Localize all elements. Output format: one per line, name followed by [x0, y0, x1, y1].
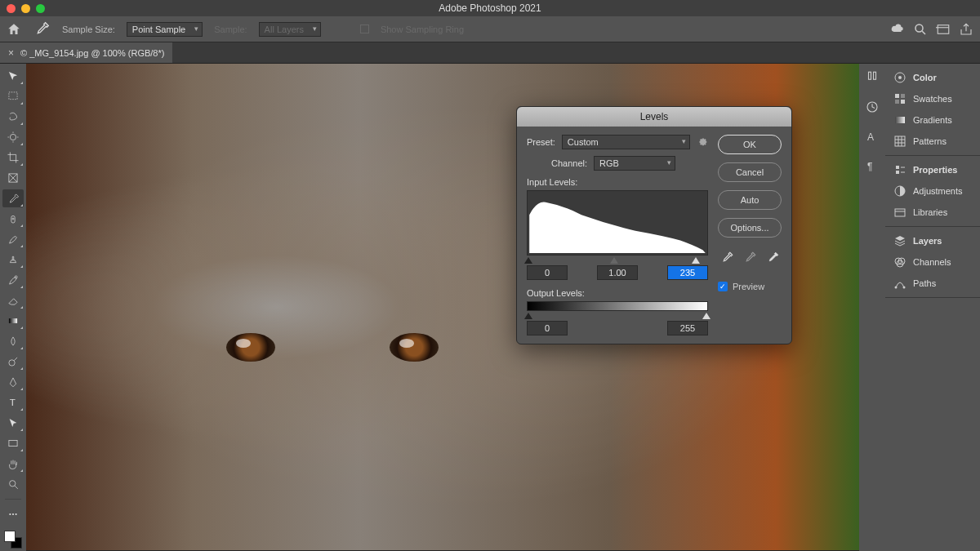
healing-brush-tool[interactable]	[2, 210, 24, 228]
levels-dialog: Levels Preset: Custom Channel: RGB Input…	[516, 106, 792, 344]
svg-rect-4	[9, 92, 17, 100]
path-select-tool[interactable]	[2, 414, 24, 432]
output-slider[interactable]	[527, 313, 708, 319]
eraser-tool[interactable]	[2, 291, 24, 309]
window-maximize-button[interactable]	[36, 4, 45, 13]
eyedropper-tool[interactable]	[2, 189, 24, 207]
svg-point-49	[903, 287, 906, 289]
preview-checkbox[interactable]: ✓	[718, 282, 728, 291]
zoom-tool[interactable]	[2, 475, 24, 493]
svg-rect-43	[895, 209, 905, 216]
input-gamma-field[interactable]	[597, 265, 638, 280]
input-gamma-slider[interactable]	[610, 257, 618, 264]
dodge-tool[interactable]	[2, 353, 24, 371]
input-black-slider[interactable]	[524, 257, 532, 264]
panel-tab-layers[interactable]: Layers	[885, 230, 980, 251]
input-slider[interactable]	[527, 257, 708, 264]
sample-size-dropdown[interactable]: Point Sample	[127, 22, 203, 37]
frame-tool[interactable]	[2, 169, 24, 187]
panel-tab-swatches[interactable]: Swatches	[885, 88, 980, 109]
panel-label: Adjustments	[913, 186, 963, 196]
hand-tool[interactable]	[2, 455, 24, 473]
tab-close-button[interactable]: ×	[8, 47, 14, 59]
panel-dock: ColorSwatchesGradientsPatternsProperties…	[885, 64, 980, 551]
history-panel-icon[interactable]	[865, 100, 880, 114]
marquee-tool[interactable]	[2, 87, 24, 105]
sample-dropdown: All Layers	[259, 22, 321, 37]
panel-tab-color[interactable]: Color	[885, 67, 980, 88]
output-black-slider[interactable]	[524, 313, 532, 319]
svg-text:T: T	[10, 397, 16, 407]
app-title: Adobe Photoshop 2021	[439, 2, 541, 14]
window-close-button[interactable]	[7, 4, 16, 13]
channel-dropdown[interactable]: RGB	[594, 156, 675, 171]
workspace-icon[interactable]	[936, 22, 951, 37]
cancel-button[interactable]: Cancel	[718, 162, 782, 182]
svg-rect-31	[901, 100, 905, 104]
white-point-eyedropper-icon[interactable]	[765, 251, 780, 265]
sample-size-label: Sample Size:	[62, 24, 115, 34]
blur-tool[interactable]	[2, 332, 24, 350]
edit-toolbar-button[interactable]	[2, 505, 24, 523]
color-icon	[893, 71, 906, 84]
cloud-icon[interactable]	[890, 22, 905, 37]
show-sampling-ring-checkbox[interactable]	[360, 24, 369, 33]
panel-tab-patterns[interactable]: Patterns	[885, 131, 980, 152]
black-point-eyedropper-icon[interactable]	[719, 251, 734, 265]
preset-menu-icon[interactable]	[697, 136, 708, 149]
dialog-title[interactable]: Levels	[517, 107, 791, 127]
current-tool-icon[interactable]	[33, 20, 51, 38]
quick-select-tool[interactable]	[2, 128, 24, 146]
svg-rect-2	[938, 24, 949, 33]
panel-label: Swatches	[913, 94, 952, 104]
panel-label: Channels	[913, 257, 951, 267]
layers-icon	[893, 234, 906, 247]
panel-tab-gradients[interactable]: Gradients	[885, 109, 980, 131]
panel-tab-adjustments[interactable]: Adjustments	[885, 180, 980, 202]
document-tab-bar: × © _MG_9154.jpg @ 100% (RGB/8*)	[0, 42, 980, 64]
crop-tool[interactable]	[2, 149, 24, 167]
window-minimize-button[interactable]	[21, 4, 30, 13]
svg-rect-30	[895, 100, 899, 104]
panel-tab-paths[interactable]: Paths	[885, 273, 980, 294]
auto-button[interactable]: Auto	[718, 190, 782, 210]
options-button[interactable]: Options...	[718, 218, 782, 238]
gradient-tool[interactable]	[2, 312, 24, 330]
share-icon[interactable]	[959, 22, 973, 37]
character-panel-icon[interactable]: A	[865, 129, 880, 144]
history-brush-tool[interactable]	[2, 271, 24, 289]
brush-panel-icon[interactable]	[865, 70, 880, 85]
channels-icon	[893, 256, 906, 269]
paragraph-panel-icon[interactable]: ¶	[865, 158, 880, 173]
svg-rect-29	[901, 94, 905, 98]
input-white-slider[interactable]	[692, 257, 700, 264]
rectangle-tool[interactable]	[2, 434, 24, 452]
type-tool[interactable]: T	[2, 393, 24, 411]
search-icon[interactable]	[913, 22, 928, 37]
input-black-field[interactable]	[527, 265, 568, 280]
color-swatches[interactable]	[4, 531, 22, 549]
panel-tab-libraries[interactable]: Libraries	[885, 202, 980, 223]
gray-point-eyedropper-icon[interactable]	[742, 251, 757, 265]
document-tab[interactable]: × © _MG_9154.jpg @ 100% (RGB/8*)	[0, 42, 172, 63]
svg-rect-22	[874, 72, 876, 79]
home-icon[interactable]	[7, 22, 21, 37]
panel-tab-properties[interactable]: Properties	[885, 159, 980, 180]
preset-dropdown[interactable]: Custom	[562, 135, 690, 149]
svg-rect-21	[869, 72, 871, 79]
svg-point-27	[898, 76, 902, 79]
pen-tool[interactable]	[2, 373, 24, 391]
input-white-field[interactable]	[667, 265, 708, 280]
svg-rect-33	[895, 136, 905, 146]
panel-tab-channels[interactable]: Channels	[885, 251, 980, 273]
output-white-slider[interactable]	[702, 313, 710, 319]
svg-line-13	[14, 358, 17, 361]
output-white-field[interactable]	[667, 321, 708, 335]
move-tool[interactable]	[2, 67, 24, 85]
brush-tool[interactable]	[2, 230, 24, 248]
svg-point-16	[10, 481, 16, 487]
ok-button[interactable]: OK	[718, 135, 782, 154]
clone-stamp-tool[interactable]	[2, 251, 24, 269]
output-black-field[interactable]	[527, 321, 568, 335]
lasso-tool[interactable]	[2, 108, 24, 126]
